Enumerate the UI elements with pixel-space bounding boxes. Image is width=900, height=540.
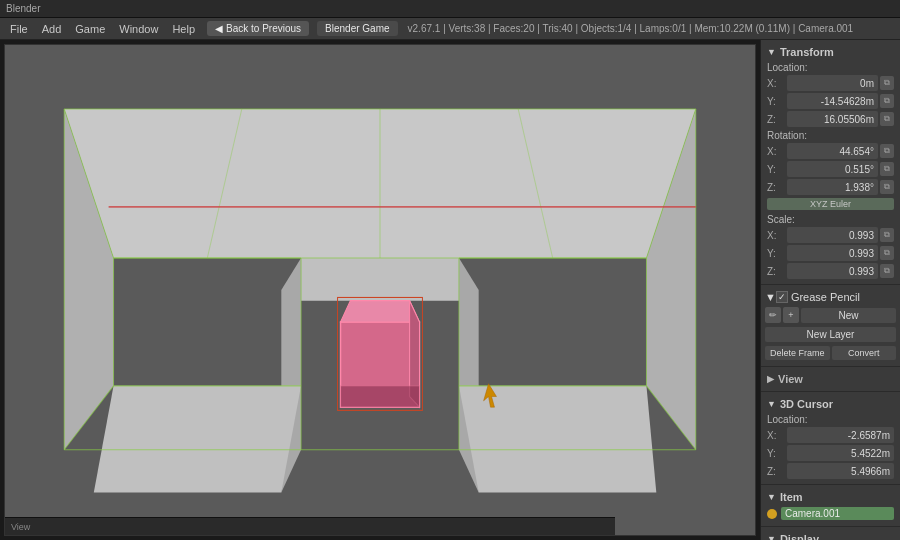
menu-window[interactable]: Window bbox=[113, 21, 164, 37]
loc-z-label: Z: bbox=[767, 114, 787, 125]
svg-marker-35 bbox=[341, 386, 420, 407]
transform-header[interactable]: ▼ Transform bbox=[761, 44, 900, 60]
cur-y-value[interactable]: 5.4522m bbox=[787, 445, 894, 461]
location-z-row: Z: 16.05506m ⧉ bbox=[761, 110, 900, 128]
rot-y-label: Y: bbox=[767, 164, 787, 175]
item-header[interactable]: ▼ Item bbox=[761, 489, 900, 505]
location-label: Location: bbox=[761, 60, 900, 74]
scale-y-copy[interactable]: ⧉ bbox=[880, 246, 894, 260]
rotation-z-row: Z: 1.938° ⧉ bbox=[761, 178, 900, 196]
grease-pencil-checkbox[interactable]: ✓ bbox=[776, 291, 788, 303]
scale-z-row: Z: 0.993 ⧉ bbox=[761, 262, 900, 280]
view-header[interactable]: ▶ View bbox=[761, 371, 900, 387]
item-row: Camera.001 bbox=[761, 505, 900, 522]
scale-y-row: Y: 0.993 ⧉ bbox=[761, 244, 900, 262]
back-icon: ◀ bbox=[215, 23, 223, 34]
loc-z-value[interactable]: 16.05506m bbox=[787, 111, 878, 127]
svg-marker-33 bbox=[341, 301, 420, 322]
cursor-arrow-icon: ▼ bbox=[767, 399, 776, 409]
rot-y-copy[interactable]: ⧉ bbox=[880, 162, 894, 176]
scale-y-value[interactable]: 0.993 bbox=[787, 245, 878, 261]
scale-x-copy[interactable]: ⧉ bbox=[880, 228, 894, 242]
display-section: ▼ Display Only Render bbox=[761, 527, 900, 540]
menu-help[interactable]: Help bbox=[166, 21, 201, 37]
scale-x-label: X: bbox=[767, 230, 787, 241]
location-x-row: X: 0m ⧉ bbox=[761, 74, 900, 92]
svg-marker-7 bbox=[94, 386, 301, 493]
cursor-section: ▼ 3D Cursor Location: X: -2.6587m Y: 5.4… bbox=[761, 392, 900, 485]
back-to-previous-button[interactable]: ◀ Back to Previous bbox=[207, 21, 309, 36]
gp-new-button[interactable]: New bbox=[801, 308, 896, 323]
loc-y-label: Y: bbox=[767, 96, 787, 107]
cur-z-value[interactable]: 5.4966m bbox=[787, 463, 894, 479]
cur-z-label: Z: bbox=[767, 466, 787, 477]
view-section: ▶ View bbox=[761, 367, 900, 392]
rot-x-copy[interactable]: ⧉ bbox=[880, 144, 894, 158]
svg-marker-4 bbox=[301, 258, 459, 301]
transform-section: ▼ Transform Location: X: 0m ⧉ Y: -14.546… bbox=[761, 40, 900, 285]
scale-label: Scale: bbox=[761, 212, 900, 226]
scale-y-label: Y: bbox=[767, 248, 787, 259]
loc-x-copy[interactable]: ⧉ bbox=[880, 76, 894, 90]
gp-delete-frame-button[interactable]: Delete Frame bbox=[765, 346, 830, 360]
cursor-y-row: Y: 5.4522m bbox=[761, 444, 900, 462]
gp-toolbar: ✏ + New bbox=[761, 305, 900, 325]
item-name-field[interactable]: Camera.001 bbox=[781, 507, 894, 520]
gp-add-button[interactable]: + bbox=[783, 307, 799, 323]
euler-badge[interactable]: XYZ Euler bbox=[767, 198, 894, 210]
item-arrow-icon: ▼ bbox=[767, 492, 776, 502]
display-header[interactable]: ▼ Display bbox=[761, 531, 900, 540]
menu-file[interactable]: File bbox=[4, 21, 34, 37]
svg-marker-8 bbox=[459, 386, 656, 493]
gp-new-layer-button[interactable]: New Layer bbox=[765, 327, 896, 342]
gp-convert-button[interactable]: Convert bbox=[832, 346, 897, 360]
viewport-info: View bbox=[11, 522, 30, 532]
cur-y-label: Y: bbox=[767, 448, 787, 459]
loc-x-label: X: bbox=[767, 78, 787, 89]
rot-x-label: X: bbox=[767, 146, 787, 157]
loc-z-copy[interactable]: ⧉ bbox=[880, 112, 894, 126]
scale-z-copy[interactable]: ⧉ bbox=[880, 264, 894, 278]
scale-z-label: Z: bbox=[767, 266, 787, 277]
cursor-header[interactable]: ▼ 3D Cursor bbox=[761, 396, 900, 412]
cursor-z-row: Z: 5.4966m bbox=[761, 462, 900, 480]
title-bar: Blender bbox=[0, 0, 900, 18]
loc-x-value[interactable]: 0m bbox=[787, 75, 878, 91]
grease-pencil-header[interactable]: ▼ ✓ Grease Pencil bbox=[761, 289, 900, 305]
scale-x-value[interactable]: 0.993 bbox=[787, 227, 878, 243]
loc-y-copy[interactable]: ⧉ bbox=[880, 94, 894, 108]
location-y-row: Y: -14.54628m ⧉ bbox=[761, 92, 900, 110]
rot-z-copy[interactable]: ⧉ bbox=[880, 180, 894, 194]
rotation-y-row: Y: 0.515° ⧉ bbox=[761, 160, 900, 178]
grease-pencil-section: ▼ ✓ Grease Pencil ✏ + New New Layer Dele… bbox=[761, 285, 900, 367]
title-bar-text: Blender bbox=[6, 3, 40, 14]
transform-arrow-icon: ▼ bbox=[767, 47, 776, 57]
item-dot-icon bbox=[767, 509, 777, 519]
viewport-bottom-bar: View bbox=[5, 517, 615, 535]
item-section: ▼ Item Camera.001 bbox=[761, 485, 900, 527]
viewport-3d[interactable]: View bbox=[4, 44, 756, 536]
rot-x-value[interactable]: 44.654° bbox=[787, 143, 878, 159]
engine-select-button[interactable]: Blender Game bbox=[317, 21, 397, 36]
menu-add[interactable]: Add bbox=[36, 21, 68, 37]
menu-game[interactable]: Game bbox=[69, 21, 111, 37]
rot-z-label: Z: bbox=[767, 182, 787, 193]
gp-actions: Delete Frame Convert bbox=[761, 344, 900, 362]
scene-svg bbox=[5, 45, 755, 535]
info-bar: v2.67.1 | Verts:38 | Faces:20 | Tris:40 … bbox=[408, 23, 896, 34]
cursor-x-row: X: -2.6587m bbox=[761, 426, 900, 444]
rot-y-value[interactable]: 0.515° bbox=[787, 161, 878, 177]
right-panel: ▼ Transform Location: X: 0m ⧉ Y: -14.546… bbox=[760, 40, 900, 540]
cur-x-value[interactable]: -2.6587m bbox=[787, 427, 894, 443]
gp-arrow-icon: ▼ bbox=[765, 291, 776, 303]
view-arrow-icon: ▶ bbox=[767, 374, 774, 384]
rotation-label: Rotation: bbox=[761, 128, 900, 142]
rot-z-value[interactable]: 1.938° bbox=[787, 179, 878, 195]
loc-y-value[interactable]: -14.54628m bbox=[787, 93, 878, 109]
menu-bar: File Add Game Window Help ◀ Back to Prev… bbox=[0, 18, 900, 40]
gp-pencil-icon[interactable]: ✏ bbox=[765, 307, 781, 323]
scale-z-value[interactable]: 0.993 bbox=[787, 263, 878, 279]
main-layout: View ▼ Transform Location: X: 0m ⧉ Y: -1… bbox=[0, 40, 900, 540]
display-arrow-icon: ▼ bbox=[767, 534, 776, 540]
rotation-x-row: X: 44.654° ⧉ bbox=[761, 142, 900, 160]
